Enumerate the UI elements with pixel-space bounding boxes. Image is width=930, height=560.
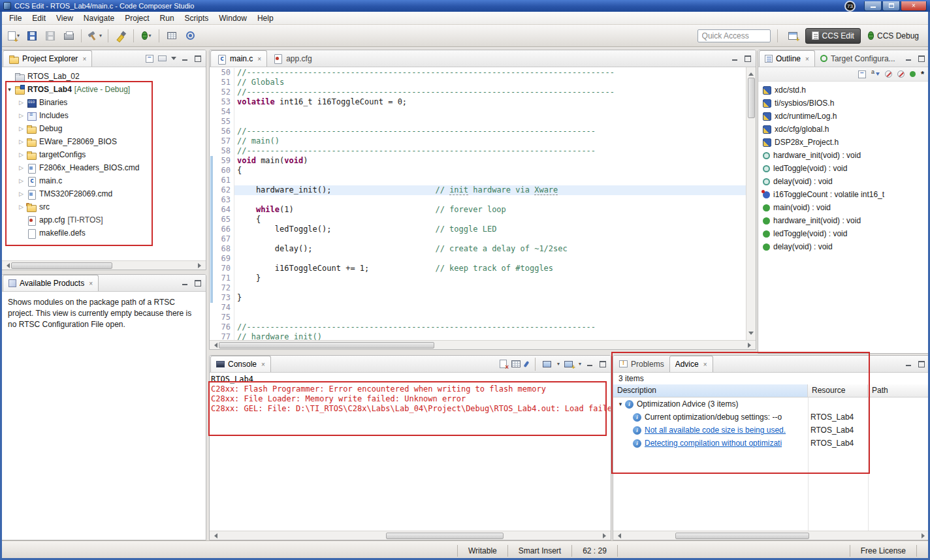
tab-main-c[interactable]: main.c × xyxy=(210,50,267,67)
tab-problems[interactable]: Problems xyxy=(614,356,669,372)
minimize-view-icon[interactable] xyxy=(181,55,189,62)
display-console-icon[interactable] xyxy=(543,361,551,367)
print-button[interactable] xyxy=(60,28,77,44)
outline-item-delay-void-void[interactable]: delay(void) : void xyxy=(758,240,929,253)
tab-app-cfg[interactable]: app.cfg xyxy=(267,50,317,67)
menu-view[interactable]: View xyxy=(51,12,78,24)
close-tab-icon[interactable]: × xyxy=(89,280,93,287)
hide-inactive-icon[interactable] xyxy=(910,71,916,77)
outline-item-ledtoggle-void-void[interactable]: ledToggle(void) : void xyxy=(758,227,929,240)
tab-outline[interactable]: Outline × xyxy=(759,50,815,67)
tab-advice[interactable]: Advice × xyxy=(669,356,713,372)
outline-list[interactable]: xdc/std.hti/sysbios/BIOS.hxdc/runtime/Lo… xyxy=(758,82,929,353)
quick-access-input[interactable] xyxy=(698,29,771,42)
scroll-thumb[interactable] xyxy=(675,533,809,539)
tree-item-makefile-defs[interactable]: makefile.defs xyxy=(2,226,206,240)
maximize-window-button[interactable] xyxy=(882,1,900,11)
outline-item-ti-sysbios-bios-h[interactable]: ti/sysbios/BIOS.h xyxy=(758,97,929,110)
menu-run[interactable]: Run xyxy=(155,12,180,24)
maximize-view-icon[interactable] xyxy=(743,55,751,62)
advice-row[interactable]: iNot all available code size is being us… xyxy=(613,424,929,437)
tree-expander-icon[interactable]: ▷ xyxy=(16,99,26,106)
editor-vertical-scrollbar[interactable] xyxy=(746,67,756,340)
sort-icon[interactable] xyxy=(871,70,880,78)
tree-item-src[interactable]: ▷src xyxy=(2,200,206,213)
column-path[interactable]: Path xyxy=(868,384,929,397)
clear-console-icon[interactable] xyxy=(500,360,507,368)
console-output[interactable]: RTOS_Lab4C28xx: Flash Programmer: Error … xyxy=(210,373,611,531)
scroll-lock-icon[interactable] xyxy=(511,360,521,367)
maximize-view-icon[interactable] xyxy=(193,279,201,287)
tab-project-explorer[interactable]: Project Explorer × xyxy=(3,50,92,67)
outline-item-xdc-runtime-log-h[interactable]: xdc/runtime/Log.h xyxy=(758,110,929,123)
grid-button[interactable] xyxy=(163,28,180,44)
minimize-view-icon[interactable] xyxy=(586,360,594,367)
menu-help[interactable]: Help xyxy=(252,12,279,24)
open-perspective-button[interactable] xyxy=(784,28,801,44)
link-with-editor-icon[interactable] xyxy=(158,55,167,61)
dropdown-arrow-icon[interactable]: ▾ xyxy=(149,33,152,39)
tree-item-rtos-lab-02[interactable]: RTOS_Lab_02 xyxy=(2,70,206,83)
outline-item-xdc-cfg-global-h[interactable]: xdc/cfg/global.h xyxy=(758,123,929,136)
maximize-view-icon[interactable] xyxy=(193,55,201,62)
tree-expander-icon[interactable]: ▷ xyxy=(16,164,26,171)
code-editor[interactable]: 50//------------------------------------… xyxy=(210,67,756,340)
maximize-view-icon[interactable] xyxy=(917,360,925,367)
tree-item-app-cfg[interactable]: app.cfg [TI-RTOS] xyxy=(2,213,206,226)
tree-expander-icon[interactable]: ▷ xyxy=(16,151,26,158)
hide-macros-icon[interactable]: * xyxy=(921,71,924,78)
tree-item-tms320f28069-cmd[interactable]: ▷TMS320F28069.cmd xyxy=(2,187,206,200)
outline-item-dsp28x-project-h[interactable]: DSP28x_Project.h xyxy=(758,136,929,149)
pin-console-icon[interactable] xyxy=(523,360,529,367)
debug-button[interactable]: ▾ xyxy=(138,28,155,44)
close-tab-icon[interactable]: × xyxy=(703,361,707,368)
collapse-all-icon[interactable] xyxy=(858,70,866,78)
dropdown-arrow-icon[interactable]: ▾ xyxy=(579,361,581,367)
new-button[interactable]: ▾ xyxy=(5,28,22,44)
view-menu-icon[interactable] xyxy=(171,57,176,63)
close-tab-icon[interactable]: × xyxy=(261,361,265,368)
menu-edit[interactable]: Edit xyxy=(27,12,51,24)
tab-console[interactable]: Console × xyxy=(210,356,271,372)
outline-item-xdc-std-h[interactable]: xdc/std.h xyxy=(758,84,929,97)
scroll-left-icon[interactable] xyxy=(212,343,217,348)
menu-file[interactable]: File xyxy=(4,12,27,24)
scroll-right-icon[interactable] xyxy=(922,533,927,538)
scroll-thumb[interactable] xyxy=(748,78,755,118)
outline-item-delay-void-void[interactable]: delay(void) : void xyxy=(758,175,929,188)
column-description[interactable]: Description xyxy=(613,384,808,397)
save-all-button[interactable] xyxy=(42,28,59,44)
tree-expander-icon[interactable]: ▾ xyxy=(616,401,625,407)
tree-item-f2806x-headers-bios-cmd[interactable]: ▷F2806x_Headers_BIOS.cmd xyxy=(2,161,206,174)
tree-expander-icon[interactable]: ▷ xyxy=(16,125,26,132)
advice-link[interactable]: Detecting compilation without optimizati xyxy=(645,439,782,448)
advice-row[interactable]: iDetecting compilation without optimizat… xyxy=(613,437,929,450)
close-tab-icon[interactable]: × xyxy=(805,55,809,63)
maximize-view-icon[interactable] xyxy=(598,360,606,367)
console-hscrollbar[interactable] xyxy=(210,531,611,540)
scroll-left-icon[interactable] xyxy=(4,263,10,268)
tree-item-includes[interactable]: ▷Includes xyxy=(2,109,206,122)
minimize-view-icon[interactable] xyxy=(905,360,912,367)
scroll-thumb[interactable] xyxy=(386,533,504,539)
close-window-button[interactable]: × xyxy=(901,1,927,11)
menu-window[interactable]: Window xyxy=(214,12,252,24)
tree-expander-icon[interactable]: ▷ xyxy=(16,112,26,119)
scroll-up-icon[interactable] xyxy=(748,70,754,76)
dropdown-arrow-icon[interactable]: ▾ xyxy=(99,33,102,39)
hide-static-icon[interactable] xyxy=(897,70,905,78)
perspective-ccs-debug[interactable]: CCS Debug xyxy=(862,28,925,44)
tree-item-main-c[interactable]: ▷main.c xyxy=(2,174,206,187)
tree-expander-icon[interactable]: ▷ xyxy=(16,138,26,145)
advice-hscrollbar[interactable] xyxy=(613,531,929,540)
outline-item-i16togglecount-volatile-int16-t[interactable]: i16ToggleCount : volatile int16_t xyxy=(758,188,929,201)
tree-item-targetconfigs[interactable]: ▷targetConfigs xyxy=(2,148,206,161)
scroll-left-icon[interactable] xyxy=(615,533,621,538)
project-explorer-hscrollbar[interactable] xyxy=(2,260,206,270)
minimize-view-icon[interactable] xyxy=(731,55,739,62)
tree-expander-icon[interactable]: ▾ xyxy=(5,86,14,93)
scroll-right-icon[interactable] xyxy=(603,533,609,538)
editor-horizontal-scrollbar[interactable] xyxy=(210,340,756,349)
outline-item-hardware-init-void-void[interactable]: hardware_init(void) : void xyxy=(758,214,929,227)
tree-item-debug[interactable]: ▷Debug xyxy=(2,122,206,135)
